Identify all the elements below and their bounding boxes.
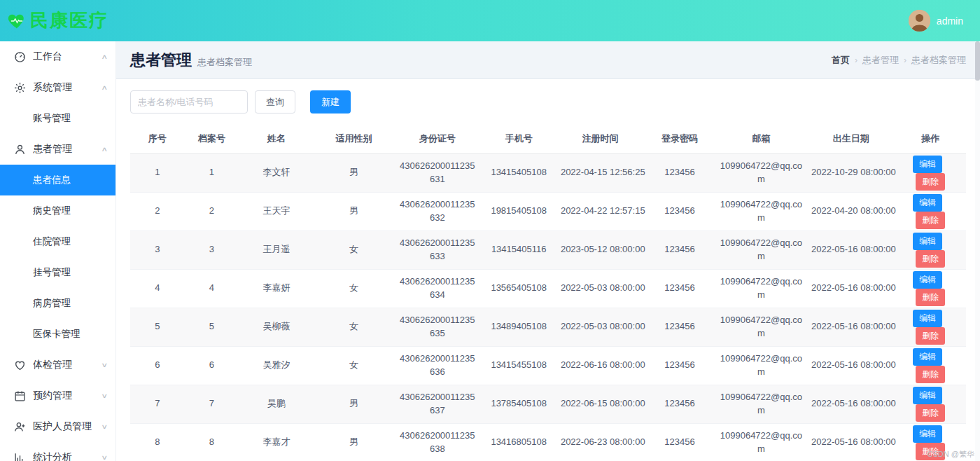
delete-button[interactable]: 删除 [916, 212, 945, 229]
sidebar-subitem[interactable]: 住院管理 [0, 226, 115, 257]
edit-button[interactable]: 编辑 [913, 348, 942, 366]
cell-file-no: 3 [185, 230, 239, 269]
sidebar-item[interactable]: 系统管理 ∧ [0, 72, 115, 103]
cell-reg-time: 2022-04-15 12:56:25 [556, 153, 644, 192]
edit-button[interactable]: 编辑 [913, 271, 942, 289]
column-header: 出生日期 [807, 125, 895, 153]
delete-button[interactable]: 删除 [916, 173, 945, 191]
avatar[interactable] [909, 10, 930, 32]
sidebar-item[interactable]: 患者管理 ∧ [0, 134, 115, 165]
sidebar-item[interactable]: 体检管理 ∨ [0, 350, 115, 380]
query-button[interactable]: 查询 [255, 90, 295, 113]
logo-text: 民康医疗 [30, 8, 108, 33]
column-header: 适用性别 [314, 125, 393, 153]
cell-actions: 编辑删除 [895, 385, 966, 423]
cell-password: 123456 [644, 346, 715, 385]
cell-birth: 2022-05-16 08:00:00 [807, 385, 895, 423]
sidebar-subitem[interactable]: 账号管理 [0, 103, 115, 134]
page-title: 患者管理 [130, 50, 192, 71]
sidebar-subitem[interactable]: 病史管理 [0, 195, 115, 226]
sidebar-subitem-label: 账号管理 [33, 112, 71, 125]
table-header: 序号档案号姓名适用性别身份证号手机号注册时间登录密码邮箱出生日期操作 [130, 125, 966, 153]
delete-button[interactable]: 删除 [916, 366, 945, 383]
sidebar-item-label: 工作台 [33, 50, 95, 63]
table-row: 66吴雅汐女430626200011235636134154551082022-… [130, 346, 966, 385]
cell-actions: 编辑删除 [895, 192, 966, 230]
delete-button[interactable]: 删除 [916, 250, 945, 268]
sidebar-subitem[interactable]: 医保卡管理 [0, 319, 115, 350]
sidebar-item-label: 患者管理 [33, 143, 95, 156]
cell-actions: 编辑删除 [895, 346, 966, 385]
delete-button[interactable]: 删除 [916, 404, 945, 422]
cell-file-no: 8 [185, 423, 239, 461]
search-input[interactable] [130, 90, 248, 113]
cell-birth: 2022-05-16 08:00:00 [807, 346, 895, 385]
table-row: 44李嘉妍女430626200011235634135654051082022-… [130, 269, 966, 308]
cell-name: 李文轩 [239, 153, 314, 192]
cell-email: 1099064722@qq.com [715, 153, 807, 192]
user-menu[interactable]: admin [909, 10, 963, 32]
sidebar-item[interactable]: 预约管理 ∨ [0, 380, 115, 411]
cell-birth: 2022-05-16 08:00:00 [807, 308, 895, 346]
edit-button[interactable]: 编辑 [913, 387, 942, 404]
edit-button[interactable]: 编辑 [913, 233, 942, 250]
column-header: 档案号 [185, 125, 239, 153]
sidebar-item[interactable]: 工作台 ∧ [0, 41, 115, 72]
breadcrumb: 首页›患者管理›患者档案管理 [832, 54, 966, 67]
cell-id-card: 430626200011235638 [393, 423, 481, 461]
sidebar-subitem-label: 病房管理 [33, 297, 71, 310]
breadcrumb-item[interactable]: 首页 [832, 54, 850, 67]
page-titles: 患者管理 患者档案管理 [130, 50, 252, 71]
delete-button[interactable]: 删除 [916, 327, 945, 345]
sidebar-subitem[interactable]: 患者信息 [0, 165, 115, 195]
chevron-icon: ∨ [102, 392, 108, 399]
column-header: 注册时间 [556, 125, 644, 153]
breadcrumb-item[interactable]: 患者管理 [862, 54, 899, 67]
cell-password: 123456 [644, 308, 715, 346]
cell-gender: 男 [314, 192, 393, 230]
cell-id-card: 430626200011235635 [393, 308, 481, 346]
sidebar-item[interactable]: 医护人员管理 ∨ [0, 411, 115, 442]
cell-no: 4 [130, 269, 185, 308]
column-header: 邮箱 [715, 125, 807, 153]
delete-button[interactable]: 删除 [916, 289, 945, 306]
scrollbar-thumb[interactable] [975, 41, 980, 81]
cell-no: 5 [130, 308, 185, 346]
sidebar-subitem[interactable]: 病房管理 [0, 288, 115, 319]
edit-button[interactable]: 编辑 [913, 310, 942, 327]
cell-email: 1099064722@qq.com [715, 192, 807, 230]
cell-name: 王月遥 [239, 230, 314, 269]
sidebar-subitem-label: 医保卡管理 [33, 328, 80, 340]
logo[interactable]: 民康医疗 [7, 8, 108, 33]
sidebar-subitem[interactable]: 挂号管理 [0, 257, 115, 288]
scrollbar[interactable] [975, 41, 980, 461]
page-subtitle: 患者档案管理 [197, 56, 252, 69]
cell-name: 王天宇 [239, 192, 314, 230]
cell-file-no: 5 [185, 308, 239, 346]
cell-no: 2 [130, 192, 185, 230]
chevron-icon: ∧ [102, 146, 108, 153]
column-header: 手机号 [481, 125, 556, 153]
cell-password: 123456 [644, 192, 715, 230]
sidebar-item[interactable]: 统计分析 ∨ [0, 442, 115, 461]
cell-email: 1099064722@qq.com [715, 308, 807, 346]
edit-button[interactable]: 编辑 [913, 425, 942, 443]
breadcrumb-item[interactable]: 患者档案管理 [911, 54, 966, 67]
edit-button[interactable]: 编辑 [913, 156, 942, 173]
gear-icon [14, 82, 26, 94]
cell-file-no: 6 [185, 346, 239, 385]
cell-phone: 13415405116 [481, 230, 556, 269]
create-button[interactable]: 新建 [310, 90, 351, 113]
cell-id-card: 430626200011235634 [393, 269, 481, 308]
sidebar-subitem-label: 挂号管理 [33, 266, 71, 279]
cell-file-no: 1 [185, 153, 239, 192]
topbar: 民康医疗 admin [0, 0, 980, 41]
cell-reg-time: 2023-05-12 08:00:00 [556, 230, 644, 269]
cell-id-card: 430626200011235637 [393, 385, 481, 423]
checkup-icon [14, 359, 26, 371]
sidebar-item-label: 医护人员管理 [33, 420, 95, 433]
edit-button[interactable]: 编辑 [913, 194, 942, 212]
stats-icon [14, 452, 26, 461]
cell-id-card: 430626200011235636 [393, 346, 481, 385]
chevron-icon: ∨ [102, 362, 108, 369]
